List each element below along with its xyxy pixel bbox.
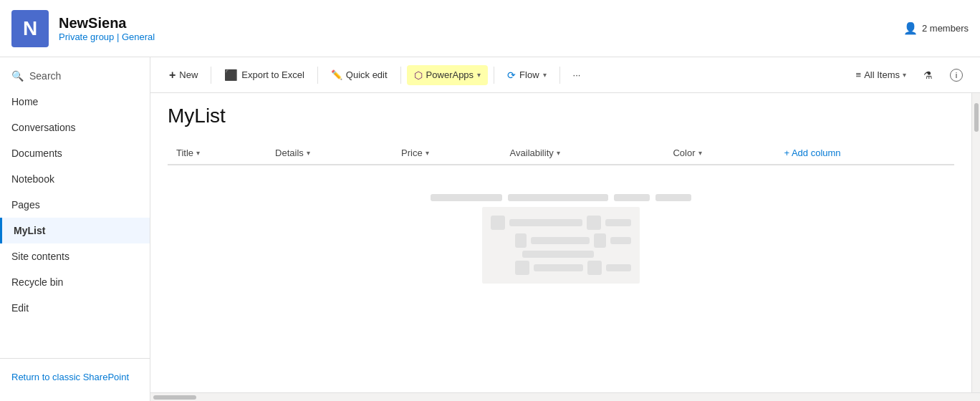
export-excel-button[interactable]: ⬛ Export to Excel [217, 64, 311, 86]
sidebar-item-site-contents-label: Site contents [11, 251, 69, 262]
toolbar-divider-3 [400, 67, 401, 84]
vertical-scrollbar[interactable] [971, 93, 980, 392]
search-label: Search [29, 70, 61, 82]
col-details: Details ▾ [266, 142, 393, 165]
col-availability: Availability ▾ [501, 142, 665, 165]
new-button[interactable]: + New [162, 64, 205, 86]
more-button[interactable]: ··· [566, 65, 588, 84]
powerapps-button[interactable]: ⬡ PowerApps ▾ [407, 65, 488, 85]
channel-name[interactable]: General [122, 32, 155, 42]
flow-button[interactable]: ⟳ Flow ▾ [500, 65, 553, 85]
powerapps-icon: ⬡ [414, 69, 423, 81]
more-label: ··· [573, 69, 581, 80]
col-title: Title ▾ [168, 142, 266, 165]
add-column-label[interactable]: + Add column [784, 148, 840, 158]
header-text: NewSiena Private group | General [59, 15, 155, 42]
skel-sub [491, 233, 631, 275]
sidebar-item-recycle-bin-label: Recycle bin [11, 276, 63, 288]
sidebar-item-notebook-label: Notebook [11, 173, 54, 185]
col-availability-label: Availability [510, 148, 554, 158]
skel-block [491, 216, 505, 230]
col-add[interactable]: + Add column [775, 142, 954, 165]
powerapps-label: PowerApps [426, 69, 474, 80]
sidebar-item-mylist[interactable]: MyList [0, 218, 150, 243]
sidebar-nav: Home Conversations Documents Notebook Pa… [0, 89, 150, 321]
flow-label: Flow [519, 69, 539, 80]
person-icon: 👤 [903, 21, 918, 35]
col-price-label: Price [401, 148, 423, 158]
list-table: Title ▾ Details ▾ [168, 142, 954, 165]
col-price: Price ▾ [393, 142, 501, 165]
col-details-sort-icon[interactable]: ▾ [307, 149, 310, 157]
skel-block [587, 216, 601, 230]
all-items-button[interactable]: ≡ All Items ▾ [850, 67, 912, 83]
new-label: New [179, 69, 198, 80]
search-button[interactable]: 🔍 Search [0, 63, 150, 89]
sidebar-item-notebook[interactable]: Notebook [0, 166, 150, 192]
site-subtitle: Private group | General [59, 32, 155, 42]
view-icon: ≡ [856, 69, 862, 80]
powerapps-chevron-icon: ▾ [477, 71, 481, 79]
skel-block [655, 194, 691, 201]
sidebar-item-site-contents[interactable]: Site contents [0, 243, 150, 269]
col-color: Color ▾ [664, 142, 775, 165]
flow-icon: ⟳ [507, 69, 516, 81]
scrollbar-thumb[interactable] [974, 103, 979, 132]
filter-icon: ⚗ [923, 69, 933, 81]
col-title-label: Title [176, 148, 193, 158]
sidebar-item-edit-label: Edit [11, 302, 29, 314]
site-logo: N [11, 10, 49, 47]
col-color-sort-icon[interactable]: ▾ [698, 149, 702, 157]
filter-button[interactable]: ⚗ [918, 67, 938, 84]
list-area: MyList Title ▾ D [150, 93, 971, 392]
skeleton-loader [168, 194, 954, 284]
skel-row [491, 216, 631, 230]
sidebar-item-edit[interactable]: Edit [0, 295, 150, 321]
skel-block [515, 261, 529, 275]
skel-block [431, 194, 502, 201]
horizontal-scrollbar[interactable] [150, 392, 980, 401]
quick-edit-button[interactable]: ✏️ Quick edit [324, 65, 395, 84]
skel-block [605, 219, 631, 226]
sidebar-item-documents[interactable]: Documents [0, 140, 150, 166]
list-and-scrollbar: MyList Title ▾ D [150, 93, 980, 392]
skel-block [508, 194, 608, 201]
table-header: Title ▾ Details ▾ [168, 142, 954, 165]
skel-row [515, 251, 631, 258]
group-type: Private group [59, 32, 114, 42]
return-classic-button[interactable]: Return to classic SharePoint [0, 364, 150, 390]
info-button[interactable]: i [944, 66, 969, 84]
col-details-label: Details [275, 148, 304, 158]
export-label: Export to Excel [241, 69, 304, 80]
skel-block [522, 251, 594, 258]
skel-block [594, 233, 605, 248]
col-price-sort-icon[interactable]: ▾ [426, 149, 429, 157]
site-name: NewSiena [59, 15, 155, 32]
col-title-sort-icon[interactable]: ▾ [196, 149, 200, 157]
sidebar-bottom: Return to classic SharePoint [0, 358, 150, 395]
sidebar-item-conversations[interactable]: Conversations [0, 115, 150, 140]
members-count: 2 members [922, 23, 969, 34]
all-items-label: All Items [864, 69, 900, 80]
sidebar-item-home[interactable]: Home [0, 89, 150, 115]
skel-row [515, 233, 631, 248]
toolbar-divider-2 [317, 67, 318, 84]
col-availability-sort-icon[interactable]: ▾ [557, 149, 560, 157]
sidebar-item-mylist-label: MyList [14, 225, 45, 236]
members-count-area[interactable]: 👤 2 members [903, 21, 969, 35]
toolbar: + New ⬛ Export to Excel ✏️ Quick edit ⬡ … [150, 57, 980, 93]
flow-chevron-icon: ▾ [543, 71, 547, 79]
toolbar-right: ≡ All Items ▾ ⚗ i [850, 66, 969, 84]
skel-block [606, 264, 631, 271]
skel-block [534, 264, 584, 271]
skel-block [531, 237, 590, 244]
main-layout: 🔍 Search Home Conversations Documents No… [0, 57, 980, 401]
skel-block [610, 237, 631, 244]
sidebar-item-home-label: Home [11, 96, 38, 107]
sidebar-item-recycle-bin[interactable]: Recycle bin [0, 269, 150, 295]
sidebar-item-pages[interactable]: Pages [0, 192, 150, 218]
edit-icon: ✏️ [331, 69, 342, 80]
header: N NewSiena Private group | General 👤 2 m… [0, 0, 980, 57]
sidebar-item-conversations-label: Conversations [11, 122, 76, 133]
h-scrollbar-thumb[interactable] [153, 395, 196, 400]
